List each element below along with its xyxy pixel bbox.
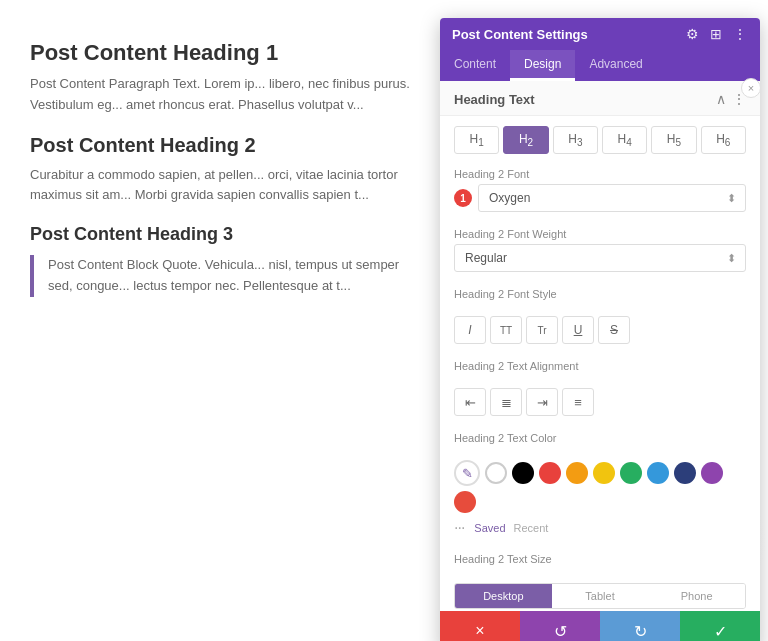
h6-button[interactable]: H6: [701, 126, 746, 154]
text-align-buttons: ⇤ ≣ ⇥ ≡: [440, 384, 760, 424]
color-picker-button[interactable]: ✎: [454, 460, 480, 486]
confirm-icon: ✓: [714, 622, 727, 641]
undo-icon: ↺: [554, 622, 567, 641]
collapse-icon[interactable]: ∧: [716, 91, 726, 107]
color-swatch-white[interactable]: [485, 462, 507, 484]
h3-button[interactable]: H3: [553, 126, 598, 154]
eyedropper-icon: ✎: [462, 466, 473, 481]
post-blockquote: Post Content Block Quote. Vehicula... ni…: [30, 255, 410, 297]
color-swatch-orange[interactable]: [566, 462, 588, 484]
heading2-font-select[interactable]: Oxygen: [478, 184, 746, 212]
heading2-color-field: Heading 2 Text Color: [440, 424, 760, 456]
color-swatch-blue[interactable]: [647, 462, 669, 484]
undo-button[interactable]: ↺: [520, 611, 600, 641]
heading2-align-field: Heading 2 Text Alignment: [440, 352, 760, 384]
post-content-area: Post Content Heading 1 Post Content Para…: [30, 40, 410, 297]
h1-button[interactable]: H1: [454, 126, 499, 154]
section-header-icons: ∧ ⋮: [716, 91, 746, 107]
device-tabs: Desktop Tablet Phone: [454, 583, 746, 609]
color-more-dots[interactable]: ···: [454, 519, 464, 537]
heading2-size-field: Heading 2 Text Size: [440, 545, 760, 577]
align-left-button[interactable]: ⇤: [454, 388, 486, 416]
heading2-weight-label: Heading 2 Font Weight: [454, 228, 746, 240]
heading2-font-select-wrapper: 1 Oxygen ⬍: [454, 184, 746, 212]
panel-body: Heading Text ∧ ⋮ H1 H2 H3 H4 H5 H6 Headi…: [440, 81, 760, 611]
color-swatch-purple[interactable]: [701, 462, 723, 484]
italic-button[interactable]: I: [454, 316, 486, 344]
confirm-button[interactable]: ✓: [680, 611, 760, 641]
tab-design[interactable]: Design: [510, 50, 575, 81]
post-heading-2: Post Content Heading 2: [30, 134, 410, 157]
heading2-align-label: Heading 2 Text Alignment: [454, 360, 746, 372]
color-swatch-green[interactable]: [620, 462, 642, 484]
redo-button[interactable]: ↻: [600, 611, 680, 641]
panel-close-button[interactable]: ×: [741, 78, 760, 98]
align-center-button[interactable]: ≣: [490, 388, 522, 416]
color-options-row: ··· Saved Recent: [440, 517, 760, 545]
underline-button[interactable]: U: [562, 316, 594, 344]
panel-footer: × ↺ ↻ ✓: [440, 611, 760, 641]
heading2-font-field: Heading 2 Font 1 Oxygen ⬍: [440, 160, 760, 220]
device-tab-desktop[interactable]: Desktop: [455, 584, 552, 608]
color-swatch-red[interactable]: [539, 462, 561, 484]
align-justify-button[interactable]: ≡: [562, 388, 594, 416]
post-paragraph-1: Post Content Paragraph Text. Lorem ip...…: [30, 74, 410, 116]
color-swatch-navy[interactable]: [674, 462, 696, 484]
device-tab-tablet[interactable]: Tablet: [552, 584, 649, 608]
badge-1: 1: [454, 189, 472, 207]
color-swatch-pink[interactable]: [454, 491, 476, 513]
color-saved-link[interactable]: Saved: [474, 522, 505, 534]
post-heading-3: Post Content Heading 3: [30, 224, 410, 245]
panel-header: Post Content Settings ⚙ ⊞ ⋮: [440, 18, 760, 50]
panel-tabs: Content Design Advanced: [440, 50, 760, 81]
heading2-weight-select-wrapper: Regular ⬍: [454, 244, 746, 272]
panel-header-icons: ⚙ ⊞ ⋮: [684, 26, 748, 42]
post-paragraph-2: Curabitur a commodo sapien, at pellen...…: [30, 165, 410, 207]
heading2-font-label: Heading 2 Font: [454, 168, 746, 180]
heading2-weight-select[interactable]: Regular: [454, 244, 746, 272]
post-heading-1: Post Content Heading 1: [30, 40, 410, 66]
heading2-weight-field: Heading 2 Font Weight Regular ⬍: [440, 220, 760, 280]
more-options-icon[interactable]: ⋮: [732, 26, 748, 42]
heading2-color-label: Heading 2 Text Color: [454, 432, 746, 444]
h4-button[interactable]: H4: [602, 126, 647, 154]
heading2-style-field: Heading 2 Font Style: [440, 280, 760, 312]
cancel-button[interactable]: ×: [440, 611, 520, 641]
heading2-size-label: Heading 2 Text Size: [454, 553, 746, 565]
strikethrough-button[interactable]: S: [598, 316, 630, 344]
settings-panel: Post Content Settings ⚙ ⊞ ⋮ Content Desi…: [440, 18, 760, 641]
capitalize-button[interactable]: Tr: [526, 316, 558, 344]
color-swatches-row: ✎: [440, 456, 760, 517]
color-swatch-black[interactable]: [512, 462, 534, 484]
align-right-button[interactable]: ⇥: [526, 388, 558, 416]
font-style-buttons: I TT Tr U S: [440, 312, 760, 352]
close-icon: ×: [748, 82, 754, 94]
uppercase-button[interactable]: TT: [490, 316, 522, 344]
redo-icon: ↻: [634, 622, 647, 641]
settings-icon[interactable]: ⚙: [684, 26, 700, 42]
section-title: Heading Text: [454, 92, 535, 107]
heading-level-buttons: H1 H2 H3 H4 H5 H6: [440, 116, 760, 160]
tab-advanced[interactable]: Advanced: [575, 50, 656, 81]
color-recent-link[interactable]: Recent: [514, 522, 549, 534]
color-swatch-yellow[interactable]: [593, 462, 615, 484]
h5-button[interactable]: H5: [651, 126, 696, 154]
panel-title: Post Content Settings: [452, 27, 588, 42]
columns-icon[interactable]: ⊞: [708, 26, 724, 42]
device-tab-phone[interactable]: Phone: [648, 584, 745, 608]
tab-content[interactable]: Content: [440, 50, 510, 81]
cancel-icon: ×: [475, 622, 484, 640]
h2-button[interactable]: H2: [503, 126, 548, 154]
heading2-style-label: Heading 2 Font Style: [454, 288, 746, 300]
section-header: Heading Text ∧ ⋮: [440, 81, 760, 116]
